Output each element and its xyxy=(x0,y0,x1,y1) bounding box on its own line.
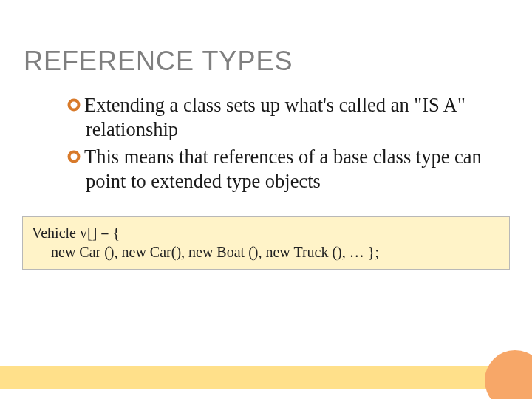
bullet-item: Extending a class sets up what's called … xyxy=(66,93,497,142)
slide: REFERENCE TYPES Extending a class sets u… xyxy=(0,0,532,399)
ring-bullet-icon xyxy=(66,98,81,112)
bullet-text: This means that references of a base cla… xyxy=(84,146,482,192)
bullet-text: Extending a class sets up what's called … xyxy=(84,94,466,140)
decorative-circle xyxy=(485,350,532,399)
code-box: Vehicle v[] = { new Car (), new Car(), n… xyxy=(22,216,510,270)
bullet-item: This means that references of a base cla… xyxy=(66,145,497,194)
decorative-stripe xyxy=(0,366,532,389)
code-line: Vehicle v[] = { xyxy=(32,223,499,242)
svg-point-0 xyxy=(69,100,79,110)
svg-point-1 xyxy=(69,152,79,162)
slide-content: Extending a class sets up what's called … xyxy=(0,77,532,194)
code-line: new Car (), new Car(), new Boat (), new … xyxy=(32,242,499,262)
ring-bullet-icon xyxy=(66,149,81,164)
slide-title: REFERENCE TYPES xyxy=(0,0,532,77)
